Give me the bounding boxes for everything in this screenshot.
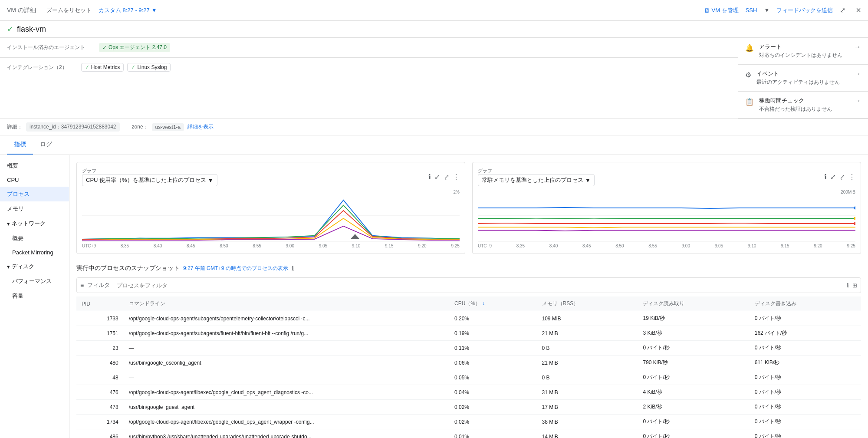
integrations-label: インテグレーション（2） xyxy=(7,64,67,71)
col-cmdline[interactable]: コマンドライン xyxy=(124,296,449,311)
feedback-button[interactable]: フィードバックを送信 xyxy=(776,7,833,14)
meta-separator xyxy=(123,123,128,131)
sidebar-item-process[interactable]: プロセス xyxy=(0,187,69,201)
zoom-reset-button[interactable]: ズームをリセット xyxy=(46,7,92,14)
ssh-button[interactable]: SSH xyxy=(746,7,757,13)
linux-syslog-badge[interactable]: ✓ Linux Syslog xyxy=(127,63,171,72)
chart2-label-area: グラフ 常駐メモリを基準とした上位のプロセス ▼ xyxy=(478,168,595,186)
sidebar-item-disk-performance[interactable]: パフォーマンス xyxy=(0,274,69,289)
manage-vm-button[interactable]: 🖥 VM を管理 xyxy=(704,7,739,14)
uptime-arrow: → xyxy=(854,97,861,105)
chart1-area: 2% xyxy=(82,190,460,242)
cell-pid: 1733 xyxy=(76,311,124,326)
time-850: 8:50 xyxy=(220,244,228,248)
tab-logs[interactable]: ログ xyxy=(33,135,59,155)
installed-agent-row: インストール済みのエージェント ✓ Ops エージェント 2.47.0 xyxy=(0,38,738,58)
alerts-title: アラート xyxy=(759,43,851,51)
chart2-actions: ℹ ⤢ ⤤ ⋮ xyxy=(824,173,855,181)
chart1-title: CPU 使用率（%）を基準にした上位のプロセス xyxy=(86,176,206,184)
chart1-label: グラフ xyxy=(82,168,217,174)
cell-mem: 0 B xyxy=(537,341,638,356)
sidebar-item-network[interactable]: ▾ ネットワーク xyxy=(0,216,69,231)
cell-disk-write: 0 バイト/秒 xyxy=(750,400,861,415)
process-table: PID コマンドライン CPU（%）↓ メモリ（RSS） ディスク読み取り ディ… xyxy=(76,296,861,438)
cell-cpu: 0.01% xyxy=(449,429,537,438)
filter-icon: ≡ xyxy=(80,282,84,289)
instance-id-badge: instance_id：3479123946152883042 xyxy=(26,122,120,132)
time-850b: 8:50 xyxy=(615,244,624,248)
expand-chart1-icon[interactable]: ⤢ xyxy=(434,173,440,181)
cell-disk-read: 790 KiB/秒 xyxy=(638,356,749,370)
events-subtitle: 最近のアクティビティはありません xyxy=(756,79,851,86)
uptime-subtitle: 不合格だった検証はありません xyxy=(759,105,851,113)
vm-icon: 🖥 xyxy=(704,7,710,14)
cell-disk-read: 0 バイト/秒 xyxy=(638,370,749,385)
chart2-title: 常駐メモリを基準とした上位のプロセス xyxy=(482,176,583,184)
host-metrics-badge[interactable]: ✓ Host Metrics xyxy=(81,63,124,72)
time-920b: 9:20 xyxy=(814,244,822,248)
share-chart1-icon[interactable]: ⤤ xyxy=(444,173,449,181)
maximize-icon[interactable]: ⤢ xyxy=(840,6,845,14)
snapshot-time-link[interactable]: 9:27 午前 GMT+9 の時点でのプロセスの表示 xyxy=(183,265,288,272)
snapshot-info-icon[interactable]: ℹ xyxy=(292,265,294,272)
cell-cpu: 0.04% xyxy=(449,385,537,400)
sidebar-item-disk-capacity[interactable]: 容量 xyxy=(0,289,69,303)
alerts-content: アラート 対応ちのインシデントはありません xyxy=(759,43,851,59)
time-920: 9:20 xyxy=(418,244,426,248)
time-910b: 9:10 xyxy=(748,244,756,248)
time-910: 9:10 xyxy=(352,244,360,248)
chart1-select[interactable]: CPU 使用率（%）を基準にした上位のプロセス ▼ xyxy=(82,174,217,186)
filter-input[interactable] xyxy=(117,282,843,289)
table-body: 1733 /opt/google-cloud-ops-agent/subagen… xyxy=(76,311,861,438)
chart1-header: グラフ CPU 使用率（%）を基準にした上位のプロセス ▼ ℹ ⤢ ⤤ ⋮ xyxy=(82,168,460,186)
right-panel: 🔔 アラート 対応ちのインシデントはありません → ⚙ イベント 最近のアクティ… xyxy=(738,38,868,119)
close-button[interactable]: × xyxy=(856,5,861,15)
sidebar-item-disk[interactable]: ▾ ディスク xyxy=(0,259,69,274)
chart2-y-max: 200MiB xyxy=(841,190,855,194)
table-row: 1733 /opt/google-cloud-ops-agent/subagen… xyxy=(76,311,861,326)
top-header: VM の詳細 ズームをリセット カスタム 8:27 - 9:27 ▼ 🖥 VM … xyxy=(0,0,868,21)
chart2-area: 200MiB xyxy=(478,190,855,242)
alerts-subtitle: 対応ちのインシデントはありません xyxy=(759,52,851,59)
time-855b: 8:55 xyxy=(648,244,657,248)
tab-metrics[interactable]: 指標 xyxy=(7,135,33,155)
filter-help-icon[interactable]: ℹ xyxy=(847,282,849,289)
expand-chart2-icon[interactable]: ⤢ xyxy=(830,173,836,181)
cell-cpu: 0.06% xyxy=(449,356,537,370)
filter-columns-icon[interactable]: ⊞ xyxy=(852,282,857,289)
uptime-panel-item[interactable]: 📋 稼働時間チェック 不合格だった検証はありません → xyxy=(738,92,868,119)
share-chart2-icon[interactable]: ⤤ xyxy=(839,173,845,181)
chevron-down-network-icon: ▾ xyxy=(7,221,10,227)
custom-range-button[interactable]: カスタム 8:27 - 9:27 ▼ xyxy=(99,7,157,14)
sidebar-item-memory[interactable]: メモリ xyxy=(0,201,69,216)
cell-disk-write: 0 バイト/秒 xyxy=(750,370,861,385)
sidebar-item-network-overview[interactable]: 概要 xyxy=(0,231,69,246)
col-disk-read: ディスク読み取り xyxy=(638,296,749,311)
sidebar-item-cpu[interactable]: CPU xyxy=(0,173,69,187)
chart2-select[interactable]: 常駐メモリを基準とした上位のプロセス ▼ xyxy=(478,174,595,186)
alerts-arrow: → xyxy=(854,43,861,51)
events-icon: ⚙ xyxy=(745,71,751,79)
sidebar-item-packet-mirroring[interactable]: Packet Mirroring xyxy=(0,246,69,259)
events-panel-item[interactable]: ⚙ イベント 最近のアクティビティはありません → xyxy=(738,65,868,92)
chart1-svg xyxy=(82,190,460,242)
help-icon-chart1[interactable]: ℹ xyxy=(428,173,431,181)
chevron-down-chart2-icon: ▼ xyxy=(585,177,591,184)
more-chart2-icon[interactable]: ⋮ xyxy=(848,173,855,181)
integrations-badges: ✓ Host Metrics ✓ Linux Syslog xyxy=(81,63,171,72)
cell-disk-read: 4 KiB/秒 xyxy=(638,385,749,400)
sidebar-item-summary[interactable]: 概要 xyxy=(0,158,69,173)
cell-mem: 31 MiB xyxy=(537,385,638,400)
cell-pid: 1751 xyxy=(76,326,124,341)
more-chart1-icon[interactable]: ⋮ xyxy=(453,173,460,181)
chevron-down-icon-ssh[interactable]: ▼ xyxy=(764,7,769,13)
time-845b: 8:45 xyxy=(582,244,591,248)
alerts-panel-item[interactable]: 🔔 アラート 対応ちのインシデントはありません → xyxy=(738,38,868,65)
details-link[interactable]: 詳細を表示 xyxy=(187,123,214,131)
cell-pid: 48 xyxy=(76,370,124,385)
col-cpu[interactable]: CPU（%）↓ xyxy=(449,296,537,311)
top-section: インストール済みのエージェント ✓ Ops エージェント 2.47.0 インテグ… xyxy=(0,38,868,119)
svg-point-8 xyxy=(854,217,855,220)
table-header-row: PID コマンドライン CPU（%）↓ メモリ（RSS） ディスク読み取り ディ… xyxy=(76,296,861,311)
help-icon-chart2[interactable]: ℹ xyxy=(824,173,827,181)
